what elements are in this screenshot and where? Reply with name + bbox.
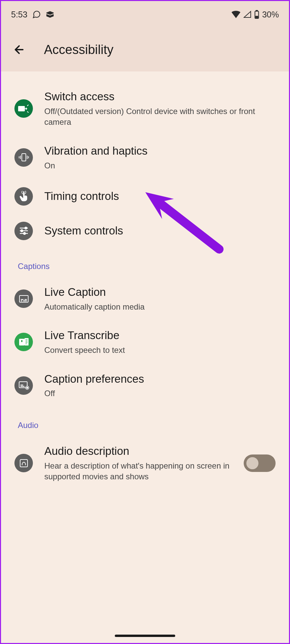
caption-settings-icon: [14, 376, 33, 395]
caption-icon: [14, 289, 33, 308]
item-subtitle: Automatically caption media: [44, 302, 276, 312]
item-title: Timing controls: [44, 189, 276, 204]
item-subtitle: Hear a description of what's happening o…: [44, 461, 232, 482]
audio-section-header: Audio: [1, 407, 289, 436]
settings-list[interactable]: Switch access Off/(Outdated version) Con…: [1, 71, 289, 490]
item-subtitle: Off/(Outdated version) Control device wi…: [44, 106, 276, 128]
item-subtitle: Convert speech to text: [44, 345, 276, 356]
status-time: 5:53: [11, 10, 28, 19]
live-transcribe-item[interactable]: Live Transcribe Convert speech to text: [1, 320, 289, 364]
switch-access-item[interactable]: Switch access Off/(Outdated version) Con…: [1, 82, 289, 136]
app-header: Accessibility: [1, 28, 289, 71]
timing-controls-item[interactable]: Timing controls: [1, 179, 289, 214]
status-bar: 5:53 30: [1, 1, 289, 28]
svg-rect-24: [21, 340, 22, 342]
item-title: Switch access: [44, 90, 276, 104]
item-title: Live Transcribe: [44, 328, 276, 343]
svg-rect-4: [18, 106, 25, 111]
item-title: Live Caption: [44, 285, 276, 300]
vibration-haptics-item[interactable]: Vibration and haptics On: [1, 136, 289, 179]
svg-rect-5: [22, 154, 26, 161]
signal-icon: [243, 11, 251, 18]
battery-percent: 30%: [262, 10, 279, 19]
item-title: System controls: [44, 224, 276, 238]
page-title: Accessibility: [44, 43, 113, 57]
item-subtitle: On: [44, 160, 276, 171]
transcribe-icon: [14, 333, 33, 351]
arrow-left-icon: [13, 43, 26, 56]
battery-icon: [254, 10, 259, 19]
whatsapp-icon: [32, 10, 41, 19]
caption-preferences-item[interactable]: Caption preferences Off: [1, 364, 289, 407]
nav-handle[interactable]: [115, 635, 175, 637]
package-icon: [46, 11, 54, 18]
svg-rect-1: [256, 10, 257, 11]
switch-access-icon: [14, 99, 33, 118]
item-subtitle: Off: [44, 388, 276, 399]
item-title: Caption preferences: [44, 372, 276, 386]
wifi-icon: [231, 11, 241, 18]
system-controls-item[interactable]: System controls: [1, 214, 289, 248]
svg-rect-2: [256, 16, 258, 17]
svg-rect-35: [20, 460, 28, 467]
audio-description-toggle[interactable]: [244, 454, 276, 472]
touch-icon: [14, 187, 33, 206]
vibration-icon: [14, 148, 33, 167]
toggle-knob: [246, 457, 258, 469]
back-button[interactable]: [11, 42, 27, 58]
captions-section-header: Captions: [1, 248, 289, 277]
svg-point-34: [27, 387, 28, 388]
item-title: Vibration and haptics: [44, 144, 276, 158]
live-caption-item[interactable]: Live Caption Automatically caption media: [1, 277, 289, 320]
status-right: 30%: [231, 10, 279, 19]
svg-point-12: [25, 227, 27, 229]
svg-rect-25: [25, 338, 29, 345]
audio-description-item[interactable]: Audio description Hear a description of …: [1, 436, 289, 490]
tune-icon: [14, 222, 33, 240]
svg-point-16: [23, 232, 26, 234]
item-title: Audio description: [44, 444, 232, 459]
audio-description-icon: [14, 454, 33, 472]
svg-point-14: [21, 230, 23, 232]
status-left: 5:53: [11, 10, 54, 19]
